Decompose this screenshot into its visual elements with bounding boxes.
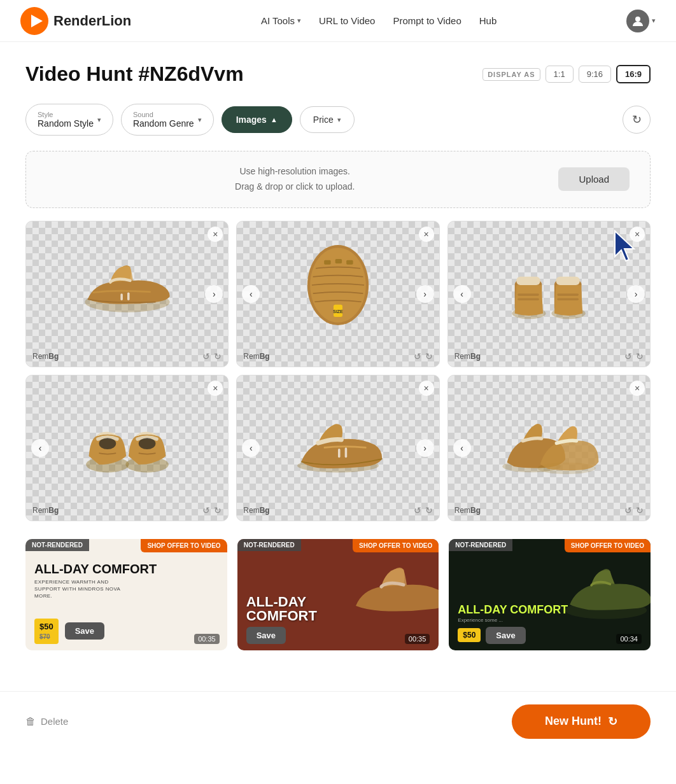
svg-rect-29 xyxy=(338,449,341,458)
rembg-label-2: RemBg xyxy=(243,352,269,361)
avatar xyxy=(626,10,649,32)
card-footer-2: RemBg ↺ ↻ xyxy=(237,351,439,361)
svg-rect-8 xyxy=(324,260,331,264)
card-undo-2[interactable]: ↺ xyxy=(414,351,421,361)
price-chevron-icon: ▾ xyxy=(337,116,341,124)
nav-item-hub[interactable]: Hub xyxy=(479,15,497,26)
card-undo-4[interactable]: ↺ xyxy=(202,505,210,515)
upload-box[interactable]: Use high-resolution images. Drag & drop … xyxy=(25,151,651,208)
shoe-image-2: SIZE xyxy=(237,221,439,349)
user-menu[interactable]: ▾ xyxy=(626,10,656,32)
sound-dropdown[interactable]: Sound Random Genre ▾ xyxy=(121,104,214,136)
nav-item-prompt-to-video[interactable]: Prompt to Video xyxy=(393,15,461,26)
display-as-group: DISPLAY AS 1:1 9:16 16:9 xyxy=(482,65,651,83)
svg-rect-21 xyxy=(558,293,579,296)
style-label: Style xyxy=(38,111,53,118)
image-close-button-3[interactable]: × xyxy=(630,227,645,242)
rembg-label-1: RemBg xyxy=(32,352,59,361)
shop-offer-button-1[interactable]: SHOP OFFER TO VIDEO xyxy=(141,539,227,552)
header: RenderLion AI Tools ▾ URL to Video Promp… xyxy=(0,0,676,42)
video-card-overlay-2: NOT-RENDERED SHOP OFFER TO VIDEO xyxy=(237,539,439,552)
nav-item-ai-tools[interactable]: AI Tools ▾ xyxy=(261,15,301,26)
refresh-button[interactable]: ↻ xyxy=(623,106,651,134)
nav-left-4[interactable]: ‹ xyxy=(31,439,49,457)
image-close-button-5[interactable]: × xyxy=(419,381,434,396)
rembg-label-6: RemBg xyxy=(454,506,481,515)
card-redo-1[interactable]: ↻ xyxy=(214,351,222,361)
card-redo-2[interactable]: ↻ xyxy=(425,351,433,361)
image-close-button[interactable]: × xyxy=(208,227,223,242)
card-footer-3: RemBg ↺ ↻ xyxy=(448,351,650,361)
vc3-save-button[interactable]: Save xyxy=(486,627,525,644)
vc1-save-button[interactable]: Save xyxy=(65,622,104,640)
image-close-button-2[interactable]: × xyxy=(419,227,434,242)
vc1-duration: 00:35 xyxy=(194,634,220,644)
not-rendered-badge-3: NOT-RENDERED xyxy=(449,539,512,551)
rembg-label-3: RemBg xyxy=(454,352,481,361)
vc2-save-button[interactable]: Save xyxy=(246,627,286,644)
sound-label: Sound xyxy=(133,111,153,118)
image-close-button-4[interactable]: × xyxy=(208,381,223,396)
chevron-down-icon: ▾ xyxy=(297,17,301,25)
card-redo-6[interactable]: ↻ xyxy=(636,505,644,515)
video-card-overlay-3: NOT-RENDERED SHOP OFFER TO VIDEO xyxy=(449,539,651,552)
ratio-9-16-button[interactable]: 9:16 xyxy=(579,66,611,83)
shoe-image-1 xyxy=(26,221,228,349)
image-card: × › RemBg ↺ xyxy=(25,221,229,367)
video-card-1: NOT-RENDERED SHOP OFFER TO VIDEO ALL-DAY… xyxy=(25,539,227,650)
images-label: Images xyxy=(236,115,267,125)
ratio-16-9-button[interactable]: 16:9 xyxy=(616,65,651,83)
upload-button[interactable]: Upload xyxy=(558,167,630,191)
shop-offer-button-3[interactable]: SHOP OFFER TO VIDEO xyxy=(565,539,651,552)
card-redo-5[interactable]: ↻ xyxy=(425,505,433,515)
nav-left-5[interactable]: ‹ xyxy=(242,439,260,457)
svg-rect-16 xyxy=(518,293,539,296)
ratio-1-1-button[interactable]: 1:1 xyxy=(546,66,574,83)
bottom-bar: 🗑 Delete New Hunt! ↻ xyxy=(0,691,676,752)
shop-offer-button-2[interactable]: SHOP OFFER TO VIDEO xyxy=(353,539,439,552)
svg-point-27 xyxy=(138,438,155,449)
shoe-image-6 xyxy=(448,375,650,503)
new-hunt-button[interactable]: New Hunt! ↻ xyxy=(512,704,651,739)
card-actions-1: ↺ ↻ xyxy=(202,351,222,361)
svg-rect-20 xyxy=(556,276,580,284)
nav-left-3[interactable]: ‹ xyxy=(453,285,471,303)
svg-rect-4 xyxy=(120,293,123,300)
card-undo-1[interactable]: ↺ xyxy=(202,351,210,361)
logo[interactable]: RenderLion xyxy=(20,7,131,35)
not-rendered-badge-2: NOT-RENDERED xyxy=(237,539,301,551)
card-redo-3[interactable]: ↻ xyxy=(636,351,644,361)
image-close-button-6[interactable]: × xyxy=(630,381,645,396)
vc2-content: ALL-DAYCOMFORT Save 00:35 xyxy=(246,595,430,644)
nav-left-2[interactable]: ‹ xyxy=(242,285,260,303)
images-dropdown[interactable]: Images ▲ xyxy=(222,106,292,133)
nav-right-3[interactable]: › xyxy=(627,285,645,303)
card-undo-5[interactable]: ↺ xyxy=(414,505,421,515)
nav-right-1[interactable]: › xyxy=(205,285,223,303)
svg-rect-30 xyxy=(345,447,348,458)
main-content: Video Hunt #NZ6dVvm DISPLAY AS 1:1 9:16 … xyxy=(0,42,676,691)
sound-chevron-icon: ▾ xyxy=(198,116,202,124)
style-dropdown[interactable]: Style Random Style ▾ xyxy=(25,104,113,136)
user-icon xyxy=(631,15,644,27)
card-footer-1: RemBg ↺ ↻ xyxy=(26,351,228,361)
nav-item-url-to-video[interactable]: URL to Video xyxy=(319,15,375,26)
vc3-title: ALL-DAY COMFORT xyxy=(458,604,642,615)
nav-right-5[interactable]: › xyxy=(416,439,434,457)
card-undo-6[interactable]: ↺ xyxy=(624,505,632,515)
shoe-image-4 xyxy=(26,375,228,503)
image-card-5: × ‹ › RemBg xyxy=(236,375,439,521)
style-chevron-icon: ▾ xyxy=(97,116,101,124)
delete-button[interactable]: 🗑 Delete xyxy=(25,716,68,727)
nav-right-2[interactable]: › xyxy=(416,285,434,303)
svg-rect-9 xyxy=(335,258,342,263)
vc1-title: ALL-DAY COMFORT xyxy=(34,562,218,576)
card-redo-4[interactable]: ↻ xyxy=(214,505,222,515)
vc3-duration: 00:34 xyxy=(616,634,642,644)
price-dropdown[interactable]: Price ▾ xyxy=(300,106,355,133)
video-card-content-1: ALL-DAY COMFORT EXPERIENCE WARMTH AND SU… xyxy=(25,539,227,650)
nav-left-6[interactable]: ‹ xyxy=(453,439,471,457)
svg-text:SIZE: SIZE xyxy=(333,309,343,313)
card-undo-3[interactable]: ↺ xyxy=(624,351,632,361)
video-card-overlay-1: NOT-RENDERED SHOP OFFER TO VIDEO xyxy=(25,539,227,552)
